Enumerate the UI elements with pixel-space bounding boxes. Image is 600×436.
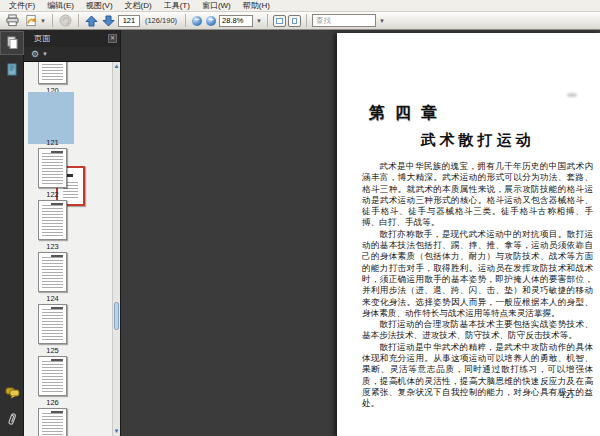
- scroll-down-icon[interactable]: ▼: [113, 428, 120, 435]
- thumbnail-page-label: 124: [24, 294, 81, 303]
- thumbnail-page-image[interactable]: [38, 148, 67, 188]
- options-dropdown-icon[interactable]: ▼: [42, 51, 48, 57]
- printer-icon: [5, 14, 20, 27]
- thumbnail-page-label: 126: [24, 398, 81, 407]
- toolbar: ▼ (126: [0, 12, 600, 30]
- search-input[interactable]: [312, 14, 376, 27]
- menu-item[interactable]: 文档(D): [119, 0, 158, 12]
- thumbnail-page-label: 123: [24, 242, 81, 251]
- toolbar-separator: [78, 14, 79, 27]
- zoom-dropdown-icon[interactable]: ▼: [256, 18, 262, 24]
- search-options-icon[interactable]: ▼: [379, 18, 385, 24]
- scrollbar-thumb[interactable]: [114, 302, 119, 330]
- thumbnail-page-image[interactable]: [38, 252, 67, 292]
- bookmarks-icon: [6, 63, 18, 76]
- document-page: 第 四 章 武术散打运动 武术是中华民族的瑰宝，拥有几千年历史的中国武术内涵丰富…: [337, 33, 600, 436]
- menu-item[interactable]: 工具(T): [158, 0, 196, 12]
- print-artifact: [567, 93, 577, 97]
- chapter-heading: 第 四 章: [369, 103, 440, 124]
- panel-options-bar: ⚙ ▼: [24, 47, 120, 62]
- fit-page-button[interactable]: [288, 15, 301, 27]
- gear-icon[interactable]: ⚙: [31, 50, 39, 59]
- zoom-in-icon: +: [206, 15, 216, 25]
- pages-tab[interactable]: [1, 32, 23, 54]
- paperclip-icon: [6, 412, 18, 427]
- menu-item[interactable]: 视图(V): [80, 0, 119, 12]
- comments-icon: [5, 387, 20, 399]
- menu-item[interactable]: 文件(F): [3, 0, 41, 12]
- fit-width-button[interactable]: [273, 15, 286, 27]
- thumbnail-page-image[interactable]: [38, 356, 67, 396]
- scroll-up-icon[interactable]: ▲: [113, 63, 120, 70]
- menu-item[interactable]: 帮助(H): [237, 0, 276, 12]
- print-button[interactable]: [4, 13, 21, 28]
- thumbnail-page-label: 122: [24, 190, 81, 199]
- thumbnail-page-label: 125: [24, 346, 81, 355]
- attachments-tab[interactable]: [1, 408, 23, 430]
- thumbnail-page-image[interactable]: [38, 200, 67, 240]
- export-icon: [24, 14, 39, 27]
- paragraph: 散打运动的合理攻防基本技术主要包括实战姿势技术、基本步法技术、进攻技术、防守技术…: [362, 319, 593, 342]
- previous-page-button[interactable]: [84, 13, 99, 28]
- thumbnail-page-label: 121: [24, 138, 81, 147]
- page-thumbnail[interactable]: 120: [24, 62, 112, 96]
- document-canvas[interactable]: 第 四 章 武术散打运动 武术是中华民族的瑰宝，拥有几千年历史的中国武术内涵丰富…: [120, 30, 600, 436]
- pages-panel: 页面 ✕ ⚙ ▼ 120121122123124125126 ▲ ▼: [24, 30, 120, 436]
- zoom-in-button[interactable]: +: [206, 16, 216, 26]
- toolbar-separator: [185, 14, 186, 27]
- document-title: 武术散打运动: [362, 131, 593, 150]
- arrow-up-icon: [85, 15, 98, 27]
- thumbnail-list: 120121122123124125126: [24, 62, 112, 436]
- thumbnail-page-image[interactable]: [38, 408, 67, 436]
- comments-tab[interactable]: [1, 382, 23, 404]
- previous-view-button: [58, 13, 73, 28]
- page-thumbnail[interactable]: 121: [24, 96, 112, 148]
- menu-bar: 文件(F)编辑(E)视图(V)文档(D)工具(T)窗口(W)帮助(H): [0, 0, 600, 12]
- paragraph: 散打亦称散手，是现代武术运动中的对抗项目。散打运动的基本技法包括打、踢、摔、推、…: [362, 229, 593, 319]
- export-button[interactable]: ▼: [23, 13, 47, 28]
- thumbnail-page-image[interactable]: [38, 304, 67, 344]
- page-thumbnail[interactable]: 123: [24, 200, 112, 252]
- toolbar-separator: [52, 14, 53, 27]
- page-thumbnail[interactable]: 126: [24, 356, 112, 408]
- bookmarks-tab[interactable]: [1, 58, 23, 80]
- menu-item[interactable]: 编辑(E): [41, 0, 80, 12]
- page-thumbnail[interactable]: [24, 408, 112, 436]
- arrow-down-icon: [102, 15, 115, 27]
- panel-header: 页面 ✕: [24, 30, 120, 47]
- previous-view-icon: [59, 14, 72, 27]
- page-thumbnail[interactable]: 122: [24, 148, 112, 200]
- paragraph: 武术是中华民族的瑰宝，拥有几千年历史的中国武术内涵丰富，博大精深。武术运动的形式…: [362, 161, 593, 229]
- zoom-out-button[interactable]: −: [192, 16, 202, 26]
- chevron-down-icon: ▼: [40, 18, 46, 24]
- page-thumbnail[interactable]: 125: [24, 304, 112, 356]
- body-text: 武术是中华民族的瑰宝，拥有几千年历史的中国武术内涵丰富，博大精深。武术运动的形式…: [362, 161, 593, 410]
- printed-page-number: · 121 ·: [362, 390, 593, 400]
- thumbnail-page-image[interactable]: [38, 62, 67, 84]
- toolbar-separator: [306, 14, 307, 27]
- panel-title: 页面: [34, 34, 50, 43]
- menu-item[interactable]: 窗口(W): [196, 0, 237, 12]
- pages-icon: [6, 36, 19, 50]
- thumbnail-selection-highlight: [28, 92, 74, 144]
- zoom-level-input[interactable]: [219, 15, 253, 27]
- pdf-viewer-window: 文件(F)编辑(E)视图(V)文档(D)工具(T)窗口(W)帮助(H) ▼: [0, 0, 600, 436]
- navigation-strip: [0, 30, 24, 436]
- panel-scrollbar[interactable]: ▲ ▼: [112, 62, 120, 436]
- zoom-out-icon: −: [192, 15, 202, 25]
- panel-close-button[interactable]: ✕: [108, 34, 117, 43]
- page-count-label: (126/190): [145, 16, 177, 25]
- next-page-button[interactable]: [101, 13, 116, 28]
- page-thumbnail[interactable]: 124: [24, 252, 112, 304]
- toolbar-separator: [267, 14, 268, 27]
- page-number-input[interactable]: [118, 15, 140, 27]
